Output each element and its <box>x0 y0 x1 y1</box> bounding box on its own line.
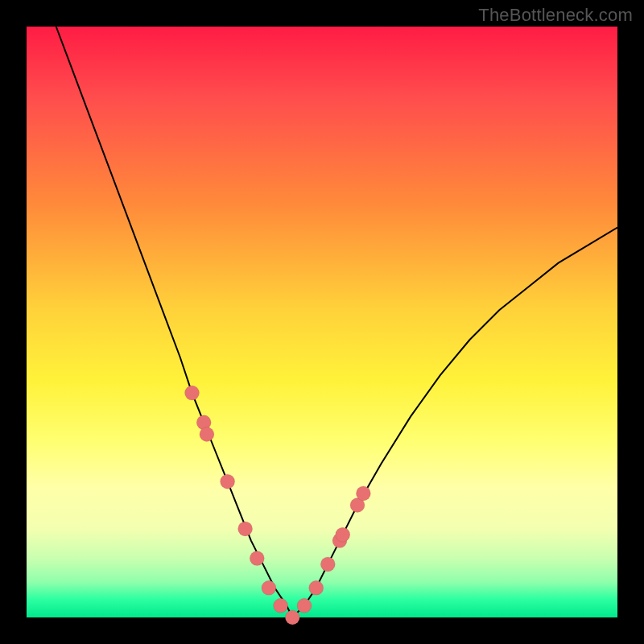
data-point <box>285 610 299 625</box>
data-point <box>320 557 335 572</box>
chart-svg <box>27 27 617 617</box>
data-point <box>262 580 276 595</box>
left-curve <box>56 27 293 617</box>
chart-frame: TheBottleneck.com <box>0 0 644 644</box>
data-point <box>274 598 288 613</box>
watermark-text: TheBottleneck.com <box>478 5 633 26</box>
data-point <box>185 386 200 400</box>
right-curve <box>292 228 617 617</box>
data-point <box>250 551 264 566</box>
data-points <box>185 386 371 625</box>
data-point <box>336 527 350 542</box>
data-point <box>309 580 324 595</box>
data-point <box>221 474 235 489</box>
data-point <box>297 598 312 613</box>
data-point <box>238 522 253 536</box>
data-point <box>200 427 214 442</box>
plot-area <box>27 27 617 617</box>
data-point <box>356 486 370 501</box>
